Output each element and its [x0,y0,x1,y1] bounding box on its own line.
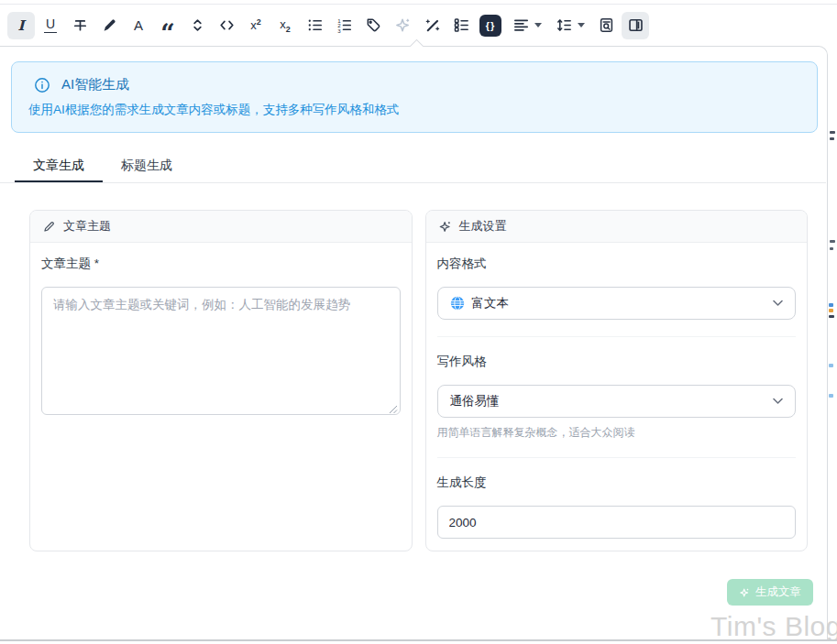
magic-wand-icon [424,16,441,34]
ai-info-banner: AI智能生成 使用AI根据您的需求生成文章内容或标题，支持多种写作风格和格式 [11,61,818,133]
sparkle-icon [739,587,750,598]
align-left-icon [512,16,530,34]
page-fragment [829,303,833,307]
banner-description: 使用AI根据您的需求生成文章内容或标题，支持多种写作风格和格式 [28,102,800,118]
section-divider [437,336,797,337]
split-view-button[interactable] [622,12,649,39]
page-fragment [830,131,835,134]
chevron-down-icon [534,23,542,27]
content-format-label: 内容格式 [437,256,797,272]
page-fragment [830,247,833,250]
strikethrough-icon [72,16,89,34]
generation-settings-card: 生成设置 内容格式 富文本 写作风格 通俗易懂 用简单语言解释复 [425,210,809,551]
bullet-list-icon [306,16,324,34]
magic-wand-button[interactable] [418,12,446,39]
topic-textarea[interactable] [41,287,401,415]
tab-title-generation[interactable]: 标题生成 [103,149,191,182]
font-color-icon: A [134,17,143,33]
find-replace-button[interactable] [592,12,620,39]
italic-icon: I [17,17,24,34]
superscript-icon: x2 [250,17,261,32]
article-topic-card-header: 文章主题 [30,211,412,243]
length-input[interactable] [437,506,797,539]
content-format-value: 富文本 [472,295,510,311]
generation-tabs: 文章生成 标题生成 [0,149,826,183]
pencil-icon [42,220,56,234]
inline-code-icon [218,16,236,34]
underline-icon: U [44,17,57,33]
info-icon [34,77,50,93]
page-fragment [830,137,834,140]
generation-settings-card-header: 生成设置 [426,211,808,243]
ordered-list-icon: 123 [336,16,353,34]
content-format-select[interactable]: 富文本 [437,287,797,320]
sparkle-icon [438,220,452,234]
task-list-icon [453,16,470,34]
subscript-button[interactable]: x2 [271,12,299,39]
bullet-list-button[interactable] [301,12,328,39]
chevron-down-icon [773,300,783,307]
highlighter-icon [101,16,118,34]
code-block-icon: {} [479,15,501,37]
chevron-up-down-icon [189,16,206,34]
line-height-button[interactable] [549,12,590,39]
blockquote-button[interactable]: “ [154,12,182,39]
line-height-icon [556,16,573,34]
tag-button[interactable] [359,12,387,39]
chevron-down-icon [773,398,783,405]
page-fragment [830,240,835,243]
writing-style-label: 写作风格 [437,354,797,370]
generation-length-label: 生成长度 [437,475,797,491]
page-fragment [829,309,833,312]
site-watermark: Tim's Blog [710,611,837,642]
align-button[interactable] [506,12,547,39]
superscript-button[interactable]: x2 [242,12,270,39]
sparkles-icon [394,16,412,34]
writing-style-hint: 用简单语言解释复杂概念，适合大众阅读 [437,425,797,441]
writing-style-select[interactable]: 通俗易懂 [437,385,797,418]
code-block-button[interactable]: {} [477,12,504,39]
svg-text:3: 3 [337,27,341,34]
page-fragment [829,364,833,367]
page-fragment [829,394,833,398]
topic-label: 文章主题 * [41,256,401,272]
tag-icon [365,16,382,34]
page-fragment [829,315,834,318]
subscript-icon: x2 [280,17,291,34]
underline-button[interactable]: U [37,12,64,39]
strikethrough-button[interactable] [66,12,94,39]
ai-generate-panel: AI智能生成 使用AI根据您的需求生成文章内容或标题，支持多种写作风格和格式 文… [0,46,828,640]
article-topic-card-title: 文章主题 [63,218,111,235]
task-list-button[interactable] [447,12,475,39]
find-in-document-icon [598,16,615,34]
form-cards: 文章主题 文章主题 * 生成设置 内容格式 [29,210,808,551]
generate-article-label: 生成文章 [755,584,801,600]
chevron-up-down-button[interactable] [183,12,211,39]
split-panel-icon [627,16,644,34]
chevron-down-icon [578,23,585,27]
ordered-list-button[interactable]: 123 [330,12,358,39]
editor-screen: I U A “ x2 x2 123 [0,0,837,644]
sparkles-ai-button[interactable] [389,12,416,39]
editor-toolbar: I U A “ x2 x2 123 [0,5,649,46]
font-color-button[interactable]: A [125,12,152,39]
banner-title: AI智能生成 [61,76,129,93]
writing-style-value: 通俗易懂 [450,393,500,409]
section-divider [437,457,797,458]
tab-article-generation[interactable]: 文章生成 [15,149,103,182]
generation-settings-card-title: 生成设置 [459,218,507,235]
article-topic-card: 文章主题 文章主题 * [29,210,413,551]
italic-button[interactable]: I [7,12,35,39]
bottom-divider [0,639,837,641]
globe-icon [450,296,465,311]
inline-code-button[interactable] [213,12,240,39]
highlighter-button[interactable] [95,12,123,39]
generate-article-button[interactable]: 生成文章 [727,579,813,606]
